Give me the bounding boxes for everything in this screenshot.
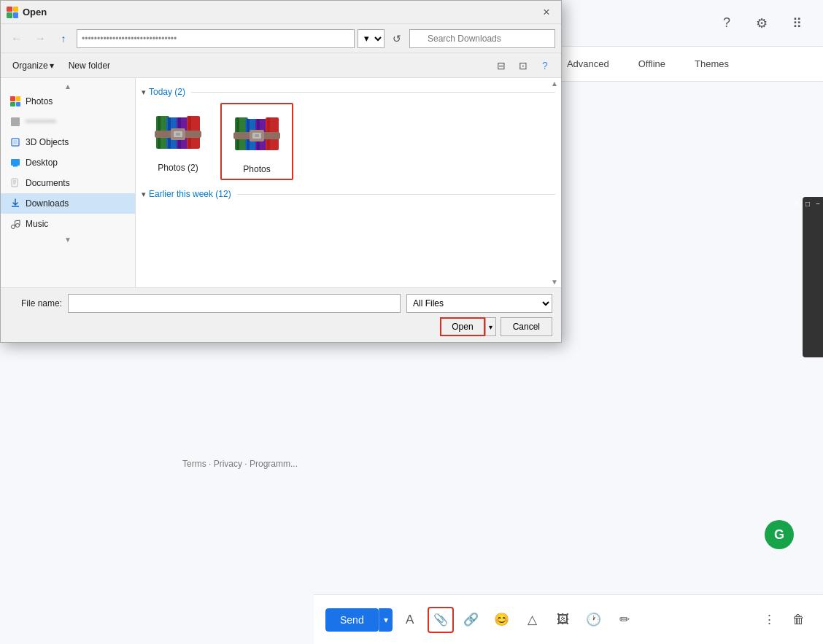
- gmail-footer: Terms · Privacy · Programm...: [182, 459, 298, 469]
- today-divider: [191, 92, 555, 93]
- file-item-photos[interactable]: Photos: [220, 103, 293, 180]
- today-group-header[interactable]: ▾ Today (2): [142, 87, 555, 97]
- svg-point-9: [12, 225, 15, 229]
- earlier-divider: [237, 194, 555, 195]
- panel-minimize[interactable]: −: [816, 200, 820, 208]
- organize-button[interactable]: Organize ▾: [7, 56, 60, 75]
- sidebar-item-music[interactable]: Music: [1, 214, 135, 234]
- schedule-icon[interactable]: 🕐: [581, 607, 607, 633]
- dialog-files-area: ▲ ▾ Today (2): [136, 78, 561, 287]
- svg-rect-4: [12, 179, 18, 187]
- dialog-window: Open × ← → ↑ ▾ ↺ 🔍 Organize ▾ New folder: [0, 0, 562, 343]
- sidebar-scroll-up[interactable]: ▲: [1, 81, 135, 91]
- panel-close[interactable]: ×: [794, 200, 798, 208]
- cancel-button[interactable]: Cancel: [501, 317, 552, 336]
- address-bar[interactable]: [77, 29, 355, 48]
- attach-file-icon[interactable]: 📎: [428, 607, 454, 633]
- svg-rect-1: [13, 140, 18, 144]
- 3dobjects-icon: [9, 136, 21, 148]
- back-button[interactable]: ←: [7, 28, 27, 49]
- sidebar-label-3dobjects: 3D Objects: [26, 137, 69, 147]
- earlier-group-header[interactable]: ▾ Earlier this week (12): [142, 189, 555, 199]
- dialog-sidebar: ▲ Photos: [1, 78, 136, 287]
- music-icon: [9, 218, 21, 230]
- address-dropdown[interactable]: ▾: [358, 29, 385, 48]
- file-item-photos2[interactable]: Photos (2): [142, 103, 215, 180]
- view-icons: ⊟ ⊡ ?: [491, 56, 555, 75]
- dialog-organize-toolbar: Organize ▾ New folder ⊟ ⊡ ?: [1, 53, 561, 78]
- downloads-icon: [9, 198, 21, 209]
- svg-rect-2: [11, 159, 20, 166]
- filename-input[interactable]: [68, 294, 401, 313]
- file-icon-photos: [231, 109, 283, 161]
- file-grid-today: Photos (2): [142, 103, 555, 180]
- dark-panel: − □ ×: [803, 197, 823, 357]
- files-scroll-down[interactable]: ▼: [551, 278, 558, 286]
- help-button[interactable]: ?: [535, 56, 555, 75]
- file-name-photos: Photos: [243, 164, 270, 174]
- files-scroll-up[interactable]: ▲: [551, 79, 558, 88]
- sidebar-item-documents[interactable]: Documents: [1, 173, 135, 193]
- file-name-photos2: Photos (2): [158, 163, 198, 173]
- up-button[interactable]: ↑: [53, 28, 74, 49]
- svg-point-10: [16, 224, 20, 228]
- sidebar-scroll-down[interactable]: ▼: [1, 234, 135, 244]
- sidebar-label-downloads: Downloads: [26, 198, 69, 209]
- link-icon[interactable]: 🔗: [458, 607, 484, 633]
- sidebar-item-desktop[interactable]: Desktop: [1, 152, 135, 173]
- grammarly-avatar[interactable]: G: [765, 520, 794, 549]
- settings-icon[interactable]: ⚙: [747, 9, 776, 38]
- sidebar-label-blurred: ••••••••••: [26, 117, 56, 127]
- open-dropdown-button[interactable]: ▾: [485, 317, 496, 336]
- toolbar-extras: ⋮ 🗑: [756, 607, 811, 633]
- today-group-label: Today (2): [149, 87, 185, 97]
- view-grid-button[interactable]: ⊟: [491, 56, 511, 75]
- view-list-button[interactable]: ⊡: [513, 56, 533, 75]
- send-dropdown-button[interactable]: ▾: [379, 608, 393, 632]
- open-button[interactable]: Open: [440, 317, 484, 336]
- more-options-icon[interactable]: ⋮: [756, 607, 782, 633]
- sidebar-item-3dobjects[interactable]: 3D Objects: [1, 132, 135, 152]
- documents-icon: [9, 177, 21, 189]
- file-icon-photos2: [152, 107, 204, 160]
- new-folder-button[interactable]: New folder: [63, 56, 116, 75]
- signature-icon[interactable]: ✏: [611, 607, 638, 633]
- send-button[interactable]: Send: [325, 608, 379, 632]
- image-icon[interactable]: 🖼: [550, 607, 576, 633]
- search-wrap: 🔍: [409, 29, 555, 48]
- open-button-group: Open ▾: [440, 317, 495, 336]
- send-button-group: Send ▾: [325, 608, 393, 632]
- search-input[interactable]: [409, 29, 555, 48]
- drive-icon[interactable]: △: [519, 607, 546, 633]
- compose-toolbar: Send ▾ A 📎 🔗 😊 △ 🖼 🕐 ✏ ⋮ 🗑: [314, 594, 823, 644]
- sidebar-item-photos[interactable]: Photos: [1, 91, 135, 112]
- desktop-icon: [9, 157, 21, 168]
- blurred-icon: [9, 116, 21, 128]
- svg-rect-3: [13, 166, 18, 167]
- tab-themes[interactable]: Themes: [686, 53, 738, 75]
- format-text-icon[interactable]: A: [397, 607, 423, 633]
- filename-row: File name: All Files: [9, 294, 552, 313]
- discard-icon[interactable]: 🗑: [785, 607, 811, 633]
- app-icon: [7, 7, 18, 18]
- refresh-button[interactable]: ↺: [387, 29, 406, 48]
- photos-icon: [9, 96, 21, 107]
- sidebar-label-photos: Photos: [26, 96, 53, 106]
- tab-offline[interactable]: Offline: [630, 53, 674, 75]
- dialog-bottom: File name: All Files Open ▾ Cancel: [1, 287, 561, 342]
- svg-rect-22: [176, 133, 180, 136]
- forward-button[interactable]: →: [30, 28, 50, 49]
- sidebar-label-desktop: Desktop: [26, 158, 58, 168]
- dialog-close-button[interactable]: ×: [538, 4, 555, 21]
- sidebar-item-blurred[interactable]: ••••••••••: [1, 112, 135, 132]
- file-open-dialog: Open × ← → ↑ ▾ ↺ 🔍 Organize ▾ New folder: [0, 0, 562, 343]
- svg-rect-34: [255, 134, 259, 137]
- tab-advanced[interactable]: Advanced: [558, 53, 618, 75]
- panel-expand[interactable]: □: [805, 200, 810, 208]
- apps-icon[interactable]: ⠿: [782, 9, 811, 38]
- help-icon[interactable]: ?: [712, 9, 741, 38]
- sidebar-item-downloads[interactable]: Downloads: [1, 193, 135, 214]
- sidebar-label-music: Music: [26, 219, 48, 229]
- filetype-select[interactable]: All Files: [406, 294, 552, 313]
- emoji-icon[interactable]: 😊: [489, 607, 515, 633]
